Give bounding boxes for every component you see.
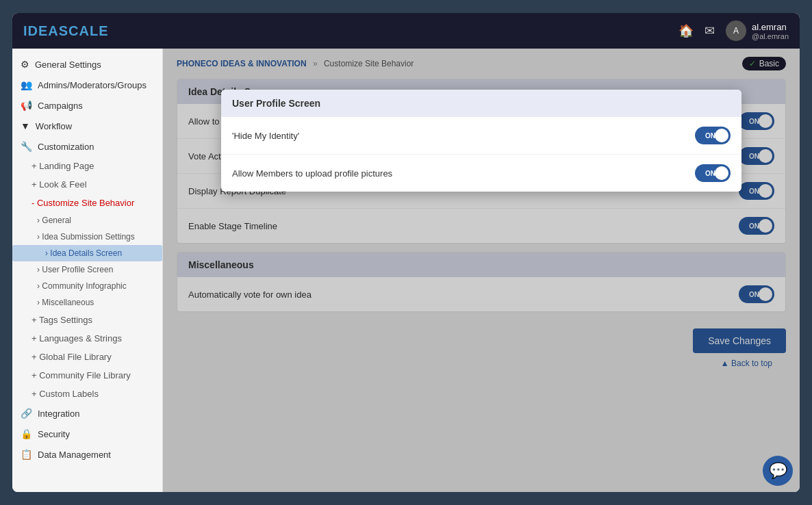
- sidebar-item-idea-submission[interactable]: › Idea Submission Settings: [12, 229, 162, 245]
- lock-icon: 🔒: [21, 428, 32, 439]
- sidebar-item-community-file[interactable]: + Community File Library: [12, 366, 162, 385]
- sidebar-item-general-sub[interactable]: › General: [12, 212, 162, 229]
- sidebar-item-look-feel[interactable]: + Look & Feel: [12, 175, 162, 194]
- popup-upload-pictures-label: Allow Members to upload profile pictures: [232, 168, 392, 179]
- toggle-hide-identity[interactable]: ON: [695, 127, 731, 144]
- sidebar: ⚙ General Settings 👥 Admins/Moderators/G…: [12, 49, 163, 492]
- app-header: IDEASCALE 🏠 ✉ A al.emran @al.emran: [12, 13, 800, 49]
- user-email: @al.emran: [752, 32, 789, 40]
- toggle-hide-identity-label: ON: [705, 132, 715, 140]
- sidebar-item-idea-details[interactable]: › Idea Details Screen: [12, 245, 162, 261]
- sidebar-item-campaigns[interactable]: 📢 Campaigns: [12, 95, 162, 116]
- sidebar-item-admins[interactable]: 👥 Admins/Moderators/Groups: [12, 75, 162, 95]
- sidebar-item-workflow[interactable]: ▼ Workflow: [12, 116, 162, 136]
- header-icons: 🏠 ✉ A al.emran @al.emran: [678, 21, 789, 41]
- popup-row-upload-pictures: Allow Members to upload profile pictures…: [221, 155, 741, 192]
- sidebar-item-miscellaneous[interactable]: › Miscellaneous: [12, 294, 162, 311]
- sidebar-item-tags-settings[interactable]: + Tags Settings: [12, 311, 162, 329]
- wrench-icon: 🔧: [21, 141, 32, 152]
- chat-button[interactable]: 💬: [763, 456, 793, 486]
- sidebar-item-global-file[interactable]: + Global File Library: [12, 348, 162, 366]
- mail-icon[interactable]: ✉: [705, 23, 715, 38]
- app-logo: IDEASCALE: [23, 23, 678, 39]
- sidebar-item-data-management[interactable]: 📋 Data Management: [12, 444, 162, 465]
- sidebar-item-customization[interactable]: 🔧 Customization: [12, 136, 162, 157]
- megaphone-icon: 📢: [21, 100, 32, 111]
- integration-icon: 🔗: [21, 408, 32, 419]
- user-name: al.emran: [752, 22, 789, 32]
- sidebar-item-integration[interactable]: 🔗 Integration: [12, 403, 162, 424]
- chat-icon: 💬: [769, 462, 787, 480]
- avatar: A: [726, 21, 746, 41]
- toggle-upload-pictures[interactable]: ON: [695, 164, 731, 182]
- users-icon: 👥: [21, 79, 32, 90]
- sidebar-item-security[interactable]: 🔒 Security: [12, 424, 162, 444]
- sidebar-item-customize-site[interactable]: - Customize Site Behavior: [12, 194, 162, 212]
- sidebar-item-languages[interactable]: + Languages & Strings: [12, 329, 162, 348]
- sidebar-item-user-profile[interactable]: › User Profile Screen: [12, 261, 162, 278]
- popup-hide-identity-label: 'Hide My Identity': [232, 131, 299, 141]
- gear-icon: ⚙: [21, 59, 29, 70]
- popup-header: User Profile Screen: [221, 90, 741, 117]
- sidebar-item-landing-page[interactable]: + Landing Page: [12, 157, 162, 175]
- popup-overlay: User Profile Screen 'Hide My Identity' O…: [163, 49, 800, 492]
- sidebar-item-custom-labels[interactable]: + Custom Labels: [12, 385, 162, 403]
- popup-row-hide-identity: 'Hide My Identity' ON: [221, 117, 741, 155]
- user-profile-popup: User Profile Screen 'Hide My Identity' O…: [221, 90, 741, 192]
- data-icon: 📋: [21, 449, 32, 460]
- sidebar-item-general-settings[interactable]: ⚙ General Settings: [12, 54, 162, 75]
- toggle-upload-knob: [715, 166, 728, 180]
- toggle-upload-label: ON: [705, 170, 715, 177]
- home-icon[interactable]: 🏠: [678, 23, 694, 38]
- user-details: al.emran @al.emran: [752, 22, 789, 40]
- toggle-hide-identity-knob: [715, 129, 728, 142]
- sidebar-item-community-infographic[interactable]: › Community Infographic: [12, 278, 162, 294]
- workflow-icon: ▼: [21, 120, 30, 131]
- main-content: PHONECO IDEAS & INNOVATION » Customize S…: [163, 49, 800, 492]
- user-info: A al.emran @al.emran: [726, 21, 789, 41]
